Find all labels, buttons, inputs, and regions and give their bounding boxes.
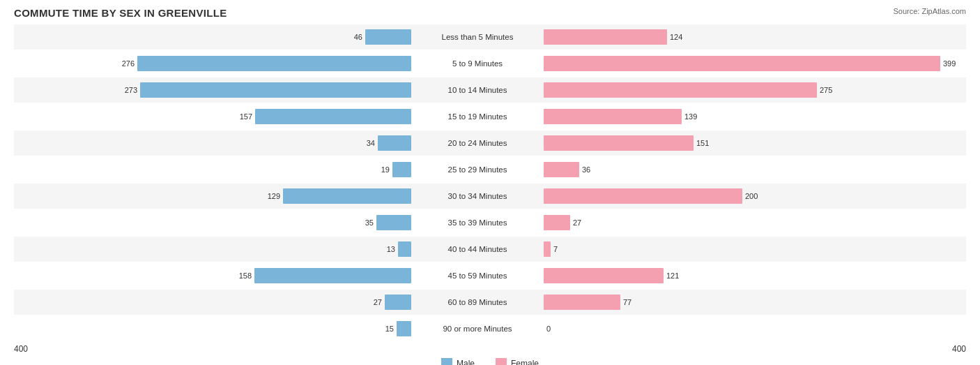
left-section: 19 [14, 157, 411, 182]
male-value: 15 [385, 325, 394, 333]
right-section: 275 [544, 77, 941, 103]
male-value: 19 [381, 165, 390, 174]
bar-label: 25 to 29 Minutes [411, 165, 544, 174]
chart-title: COMMUTE TIME BY SEX IN GREENVILLE [14, 7, 966, 19]
bar-label: 30 to 34 Minutes [411, 192, 544, 200]
right-section: 0 [544, 316, 941, 341]
left-section: 46 [14, 24, 411, 50]
female-value: 36 [582, 165, 590, 174]
female-bar [544, 82, 817, 98]
female-value: 399 [943, 59, 956, 68]
axis-labels: 400 400 [14, 344, 966, 354]
male-bar [137, 56, 411, 71]
right-section: 399 [544, 51, 941, 76]
bar-row: 273 10 to 14 Minutes 275 [14, 77, 966, 103]
bar-label: 60 to 89 Minutes [411, 298, 544, 306]
female-bar [544, 268, 664, 283]
male-value: 158 [239, 271, 252, 280]
bar-row: 13 40 to 44 Minutes 7 [14, 237, 966, 262]
bar-row: 46 Less than 5 Minutes 124 [14, 24, 966, 50]
male-bar [140, 82, 411, 98]
bar-label: 35 to 39 Minutes [411, 218, 544, 227]
male-value: 34 [367, 139, 375, 147]
bar-row: 129 30 to 34 Minutes 200 [14, 184, 966, 209]
bar-row: 157 15 to 19 Minutes 139 [14, 104, 966, 129]
male-legend-label: Male [457, 359, 475, 365]
left-section: 158 [14, 263, 411, 288]
bar-row: 27 60 to 89 Minutes 77 [14, 290, 966, 315]
right-section: 77 [544, 290, 941, 315]
female-value: 275 [820, 86, 832, 94]
female-value: 124 [670, 33, 682, 41]
male-bar [376, 215, 411, 230]
male-value: 129 [268, 192, 280, 200]
female-bar [544, 109, 682, 124]
right-section: 121 [544, 263, 941, 288]
female-legend-label: Female [511, 359, 539, 365]
female-value: 151 [696, 139, 709, 147]
axis-right: 400 [952, 344, 966, 354]
male-value: 13 [387, 245, 395, 253]
chart-container: COMMUTE TIME BY SEX IN GREENVILLE Source… [0, 0, 980, 365]
male-value: 46 [354, 33, 362, 41]
bar-label: 20 to 24 Minutes [411, 139, 544, 147]
male-value: 35 [365, 218, 374, 227]
bar-label: 40 to 44 Minutes [411, 245, 544, 253]
bar-row: 34 20 to 24 Minutes 151 [14, 131, 966, 156]
male-value: 276 [122, 59, 135, 68]
right-section: 7 [544, 237, 941, 262]
left-section: 157 [14, 104, 411, 129]
bar-row: 19 25 to 29 Minutes 36 [14, 157, 966, 182]
right-section: 139 [544, 104, 941, 129]
female-bar [544, 56, 940, 71]
male-bar [255, 109, 411, 124]
bar-label: 10 to 14 Minutes [411, 86, 544, 94]
bar-row: 35 35 to 39 Minutes 27 [14, 210, 966, 235]
source-text: Source: ZipAtlas.com [893, 7, 966, 15]
bar-row: 158 45 to 59 Minutes 121 [14, 263, 966, 288]
male-value: 157 [240, 112, 252, 121]
male-bar [385, 295, 411, 310]
male-bar [392, 162, 411, 177]
female-bar [544, 162, 579, 177]
male-value: 273 [125, 86, 137, 94]
male-value: 27 [374, 298, 382, 306]
right-section: 151 [544, 131, 941, 156]
axis-left: 400 [14, 344, 28, 354]
bar-label: 45 to 59 Minutes [411, 271, 544, 280]
female-value: 27 [573, 218, 581, 227]
bar-row: 276 5 to 9 Minutes 399 [14, 51, 966, 76]
female-value: 121 [666, 271, 679, 280]
left-section: 35 [14, 210, 411, 235]
male-bar [365, 29, 411, 45]
bar-label: Less than 5 Minutes [411, 33, 544, 41]
bar-label: 15 to 19 Minutes [411, 112, 544, 121]
left-section: 273 [14, 77, 411, 103]
female-bar [544, 295, 620, 310]
male-bar [397, 321, 411, 336]
bar-row: 15 90 or more Minutes 0 [14, 316, 966, 341]
female-bar [544, 29, 667, 45]
left-section: 34 [14, 131, 411, 156]
legend: Male Female [14, 358, 966, 365]
male-legend-box [441, 358, 452, 365]
female-bar [544, 215, 570, 230]
left-section: 129 [14, 184, 411, 209]
legend-female: Female [496, 358, 539, 365]
female-value: 77 [623, 298, 631, 306]
bars-area: 46 Less than 5 Minutes 124 276 5 to 9 Mi… [14, 24, 966, 341]
right-section: 36 [544, 157, 941, 182]
left-section: 13 [14, 237, 411, 262]
male-bar [283, 188, 411, 204]
right-section: 124 [544, 24, 941, 50]
female-value: 200 [745, 192, 758, 200]
female-value: 0 [546, 325, 551, 333]
female-value: 7 [553, 245, 558, 253]
female-bar [544, 135, 694, 151]
female-bar [544, 188, 742, 204]
male-bar [254, 268, 411, 283]
female-value: 139 [684, 112, 697, 121]
right-section: 200 [544, 184, 941, 209]
right-section: 27 [544, 210, 941, 235]
male-bar [398, 241, 411, 257]
